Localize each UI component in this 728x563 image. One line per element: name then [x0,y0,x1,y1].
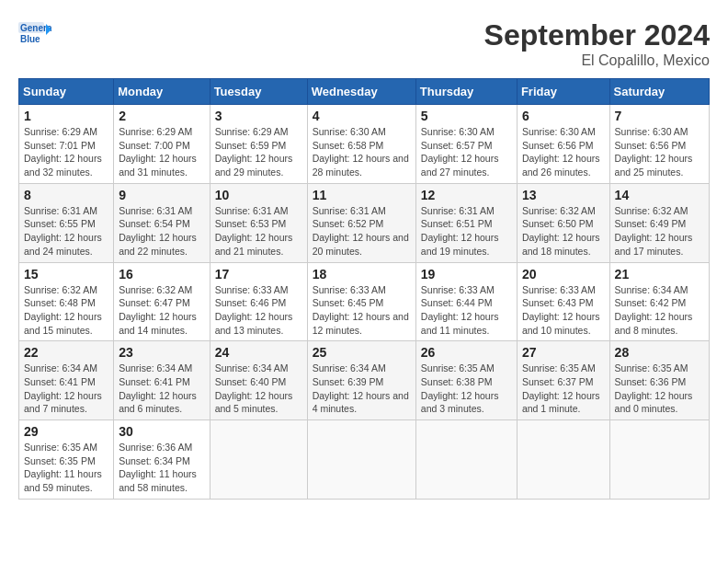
day-info: Sunrise: 6:36 AM Sunset: 6:34 PM Dayligh… [119,441,204,495]
calendar-cell-19: 19 Sunrise: 6:33 AM Sunset: 6:44 PM Dayl… [415,262,517,341]
calendar-cell-11: 11 Sunrise: 6:31 AM Sunset: 6:52 PM Dayl… [307,183,415,262]
day-number: 8 [24,188,108,202]
calendar-cell-23: 23 Sunrise: 6:34 AM Sunset: 6:41 PM Dayl… [114,341,210,420]
col-header-sunday: Sunday [19,79,114,105]
day-number: 29 [24,424,108,439]
day-info: Sunrise: 6:34 AM Sunset: 6:41 PM Dayligh… [119,362,204,416]
calendar-cell-20: 20 Sunrise: 6:33 AM Sunset: 6:43 PM Dayl… [517,262,609,341]
day-number: 7 [615,109,704,123]
empty-cell [609,420,709,500]
day-number: 24 [215,345,302,360]
col-header-thursday: Thursday [415,79,517,105]
day-info: Sunrise: 6:33 AM Sunset: 6:44 PM Dayligh… [421,283,512,338]
day-info: Sunrise: 6:29 AM Sunset: 7:00 PM Dayligh… [119,125,204,179]
logo-svg: General Blue [18,18,51,52]
day-info: Sunrise: 6:35 AM Sunset: 6:35 PM Dayligh… [24,441,108,495]
calendar-cell-30: 30 Sunrise: 6:36 AM Sunset: 6:34 PM Dayl… [114,420,210,500]
day-info: Sunrise: 6:34 AM Sunset: 6:40 PM Dayligh… [215,362,302,416]
calendar-cell-24: 24 Sunrise: 6:34 AM Sunset: 6:40 PM Dayl… [210,341,307,420]
day-info: Sunrise: 6:34 AM Sunset: 6:42 PM Dayligh… [615,283,704,338]
day-number: 23 [119,345,204,360]
calendar-cell-13: 13 Sunrise: 6:32 AM Sunset: 6:50 PM Dayl… [517,183,609,262]
day-number: 9 [119,188,204,202]
day-info: Sunrise: 6:30 AM Sunset: 6:56 PM Dayligh… [615,125,704,179]
day-info: Sunrise: 6:31 AM Sunset: 6:51 PM Dayligh… [421,204,512,259]
calendar-table: SundayMondayTuesdayWednesdayThursdayFrid… [18,78,710,500]
calendar-cell-7: 7 Sunrise: 6:30 AM Sunset: 6:56 PM Dayli… [609,105,709,184]
day-number: 11 [313,188,411,202]
day-number: 3 [215,109,302,123]
day-number: 6 [522,109,605,123]
calendar-cell-22: 22 Sunrise: 6:34 AM Sunset: 6:41 PM Dayl… [19,341,114,420]
col-header-monday: Monday [114,79,210,105]
day-info: Sunrise: 6:32 AM Sunset: 6:49 PM Dayligh… [615,204,704,259]
day-info: Sunrise: 6:30 AM Sunset: 6:56 PM Dayligh… [522,125,605,179]
day-info: Sunrise: 6:33 AM Sunset: 6:45 PM Dayligh… [313,283,411,338]
calendar-cell-28: 28 Sunrise: 6:35 AM Sunset: 6:36 PM Dayl… [609,341,709,420]
empty-cell [517,420,609,500]
col-header-tuesday: Tuesday [210,79,307,105]
day-number: 25 [313,345,411,360]
day-info: Sunrise: 6:31 AM Sunset: 6:55 PM Dayligh… [24,204,108,259]
day-number: 15 [24,267,108,282]
day-number: 13 [522,188,605,202]
page-header: General Blue September 2024 El Copalillo… [18,18,710,69]
day-number: 2 [119,109,204,123]
month-title: September 2024 [484,18,710,52]
svg-text:Blue: Blue [20,34,40,44]
day-number: 14 [615,188,704,202]
calendar-cell-6: 6 Sunrise: 6:30 AM Sunset: 6:56 PM Dayli… [517,105,609,184]
day-number: 1 [24,109,108,123]
day-info: Sunrise: 6:29 AM Sunset: 7:01 PM Dayligh… [24,125,108,179]
calendar-cell-29: 29 Sunrise: 6:35 AM Sunset: 6:35 PM Dayl… [19,420,114,500]
day-number: 22 [24,345,108,360]
calendar-cell-12: 12 Sunrise: 6:31 AM Sunset: 6:51 PM Dayl… [415,183,517,262]
calendar-cell-14: 14 Sunrise: 6:32 AM Sunset: 6:49 PM Dayl… [609,183,709,262]
day-info: Sunrise: 6:31 AM Sunset: 6:54 PM Dayligh… [119,204,204,259]
day-info: Sunrise: 6:30 AM Sunset: 6:57 PM Dayligh… [421,125,512,179]
calendar-cell-1: 1 Sunrise: 6:29 AM Sunset: 7:01 PM Dayli… [19,105,114,184]
calendar-cell-5: 5 Sunrise: 6:30 AM Sunset: 6:57 PM Dayli… [415,105,517,184]
day-info: Sunrise: 6:35 AM Sunset: 6:37 PM Dayligh… [522,362,605,416]
day-number: 20 [522,267,605,282]
day-info: Sunrise: 6:35 AM Sunset: 6:38 PM Dayligh… [421,362,512,416]
day-number: 28 [615,345,704,360]
day-number: 21 [615,267,704,282]
day-info: Sunrise: 6:34 AM Sunset: 6:41 PM Dayligh… [24,362,108,416]
calendar-cell-27: 27 Sunrise: 6:35 AM Sunset: 6:37 PM Dayl… [517,341,609,420]
day-number: 10 [215,188,302,202]
col-header-wednesday: Wednesday [307,79,415,105]
col-header-saturday: Saturday [609,79,709,105]
title-block: September 2024 El Copalillo, Mexico [484,18,710,69]
day-number: 16 [119,267,204,282]
logo: General Blue [18,18,51,52]
calendar-cell-10: 10 Sunrise: 6:31 AM Sunset: 6:53 PM Dayl… [210,183,307,262]
day-info: Sunrise: 6:31 AM Sunset: 6:53 PM Dayligh… [215,204,302,259]
day-number: 26 [421,345,512,360]
day-info: Sunrise: 6:29 AM Sunset: 6:59 PM Dayligh… [215,125,302,179]
empty-cell [210,420,307,500]
calendar-cell-21: 21 Sunrise: 6:34 AM Sunset: 6:42 PM Dayl… [609,262,709,341]
day-info: Sunrise: 6:32 AM Sunset: 6:50 PM Dayligh… [522,204,605,259]
calendar-cell-16: 16 Sunrise: 6:32 AM Sunset: 6:47 PM Dayl… [114,262,210,341]
day-info: Sunrise: 6:34 AM Sunset: 6:39 PM Dayligh… [313,362,411,416]
calendar-cell-8: 8 Sunrise: 6:31 AM Sunset: 6:55 PM Dayli… [19,183,114,262]
day-number: 19 [421,267,512,282]
calendar-cell-25: 25 Sunrise: 6:34 AM Sunset: 6:39 PM Dayl… [307,341,415,420]
day-info: Sunrise: 6:32 AM Sunset: 6:48 PM Dayligh… [24,283,108,338]
col-header-friday: Friday [517,79,609,105]
day-info: Sunrise: 6:35 AM Sunset: 6:36 PM Dayligh… [615,362,704,416]
empty-cell [415,420,517,500]
day-number: 17 [215,267,302,282]
empty-cell [307,420,415,500]
day-number: 5 [421,109,512,123]
calendar-cell-9: 9 Sunrise: 6:31 AM Sunset: 6:54 PM Dayli… [114,183,210,262]
calendar-cell-17: 17 Sunrise: 6:33 AM Sunset: 6:46 PM Dayl… [210,262,307,341]
calendar-cell-18: 18 Sunrise: 6:33 AM Sunset: 6:45 PM Dayl… [307,262,415,341]
day-number: 18 [313,267,411,282]
day-number: 30 [119,424,204,439]
calendar-cell-2: 2 Sunrise: 6:29 AM Sunset: 7:00 PM Dayli… [114,105,210,184]
calendar-cell-15: 15 Sunrise: 6:32 AM Sunset: 6:48 PM Dayl… [19,262,114,341]
day-number: 27 [522,345,605,360]
day-info: Sunrise: 6:33 AM Sunset: 6:46 PM Dayligh… [215,283,302,338]
